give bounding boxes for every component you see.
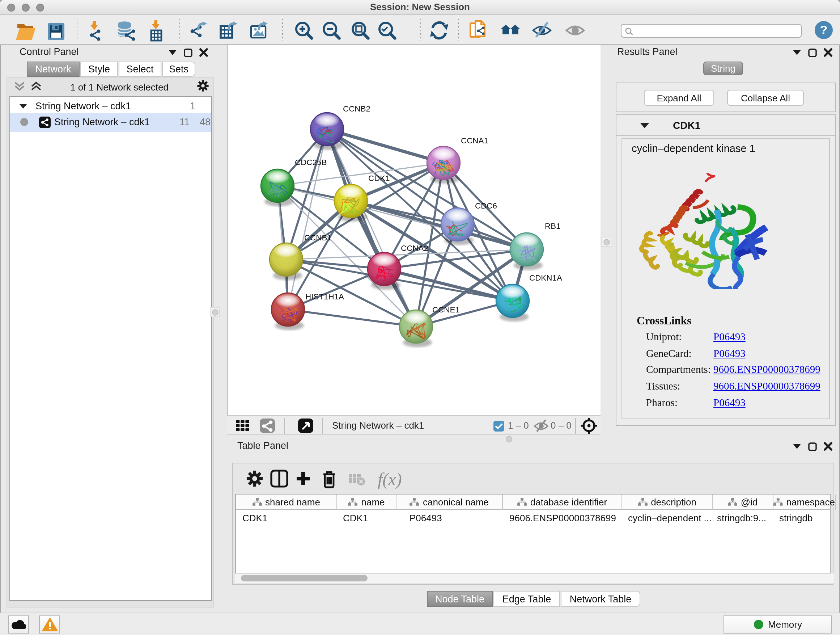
- svg-text:f(x): f(x): [378, 470, 402, 489]
- svg-text:CDC25B: CDC25B: [295, 158, 327, 167]
- svg-text:RB1: RB1: [545, 222, 561, 231]
- svg-text:CCNA1: CCNA1: [461, 136, 488, 145]
- svg-text:CCNB1: CCNB1: [304, 233, 332, 242]
- svg-text:CDKN1A: CDKN1A: [529, 273, 562, 282]
- svg-text:HIST1H1A: HIST1H1A: [305, 292, 344, 301]
- svg-text:CCNB2: CCNB2: [343, 104, 370, 113]
- svg-text:CCNE1: CCNE1: [432, 305, 460, 314]
- svg-text:CCNA2: CCNA2: [401, 244, 428, 253]
- svg-text:CDK1: CDK1: [368, 174, 390, 183]
- svg-text:CDC6: CDC6: [475, 201, 497, 211]
